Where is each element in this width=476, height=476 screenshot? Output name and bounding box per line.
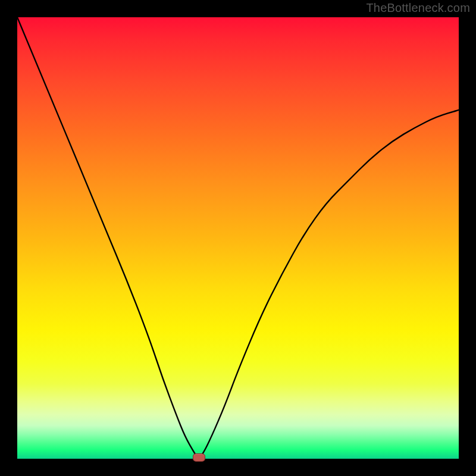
watermark-text: TheBottleneck.com — [366, 1, 470, 15]
curve-layer — [17, 17, 459, 459]
bottleneck-curve — [17, 17, 459, 458]
chart-frame — [17, 17, 459, 459]
optimal-marker — [193, 453, 205, 462]
